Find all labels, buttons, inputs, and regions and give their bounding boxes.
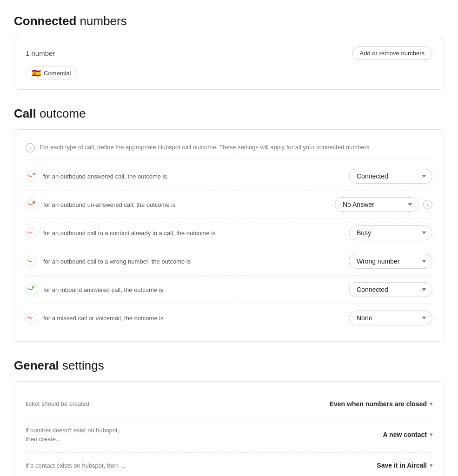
outbound-unanswered-select[interactable]: Connected No Answer Busy Wrong number No… [335,197,418,212]
general-settings-title: General settings [14,358,444,373]
call-outcome-info-text: For each type of call, define the approp… [40,143,369,152]
spain-flag-icon: 🇪🇸 [32,69,41,78]
ticket-value[interactable]: Even when numbers are closed ▾ [330,400,432,408]
missed-voicemail-label: for a missed call or voicemail, the outc… [43,315,164,322]
settings-row-ticket: ticket should be created Even when numbe… [26,391,432,417]
info-icon: i [26,143,35,152]
outcome-row-inbound-answered: for an inbound answered call, the outcom… [26,276,432,304]
inbound-answered-label: for an inbound answered call, the outcom… [43,286,163,293]
connected-numbers-title: Connected numbers [14,14,444,28]
outcome-row-outbound-answered: for an outbound answered call, the outco… [26,162,432,191]
outbound-in-call-icon [26,227,38,239]
outbound-wrong-number-label: for an outbound call to a wrong number, … [43,258,191,265]
missed-voicemail-icon [26,312,38,324]
settings-row-number-not-exist: if number doesn't exist on hubspot,then … [26,417,432,453]
inbound-answered-icon [26,284,38,296]
outcome-row-missed-voicemail: for a missed call or voicemail, the outc… [26,304,432,332]
contact-exists-chevron-icon: ▾ [430,462,432,469]
add-remove-numbers-button[interactable]: Add or remove numbers [352,46,432,60]
outcome-row-outbound-unanswered: for an outbound un-answered call, the ou… [26,191,432,219]
call-outcome-info-row: i For each type of call, define the appr… [26,139,432,159]
outcome-row-outbound-wrong-number: for an outbound call to a wrong number, … [26,247,432,276]
outbound-in-call-label: for an outbound call to a contact alread… [43,230,216,237]
connected-numbers-card: 1 number Add or remove numbers 🇪🇸 Comerc… [14,37,444,90]
number-not-exist-label: if number doesn't exist on hubspot,then … [26,426,119,444]
call-outcome-title: Call outcome [14,106,444,121]
outcome-row-outbound-in-call: for an outbound call to a contact alread… [26,219,432,247]
tags-row: 🇪🇸 Comercial [26,66,432,80]
number-not-exist-chevron-icon: ▾ [430,431,432,438]
connected-numbers-header: 1 number Add or remove numbers [26,46,432,60]
unanswered-info-icon[interactable]: i [423,200,432,209]
tag-label: Comercial [44,70,71,77]
outbound-unanswered-label: for an outbound un-answered call, the ou… [43,201,176,208]
outbound-in-call-select[interactable]: Connected No Answer Busy Wrong number No… [349,225,432,240]
contact-exists-label: if a contact exists on hubspot, then ... [26,461,126,470]
outbound-wrong-number-select[interactable]: Connected No Answer Busy Wrong number No… [349,254,432,269]
ticket-chevron-icon: ▾ [430,401,432,407]
number-not-exist-value[interactable]: A new contact ▾ [383,431,432,438]
outbound-answered-label: for an outbound answered call, the outco… [43,173,167,180]
outbound-unanswered-icon [26,198,38,211]
general-settings-card: ticket should be created Even when numbe… [14,381,444,476]
outbound-wrong-number-icon [26,255,38,267]
ticket-label: ticket should be created [26,399,89,409]
call-outcome-card: i For each type of call, define the appr… [14,129,444,342]
comercial-tag: 🇪🇸 Comercial [26,66,77,80]
missed-voicemail-select[interactable]: Connected No Answer Busy Wrong number No… [349,311,432,325]
outbound-answered-icon [26,170,38,182]
inbound-answered-select[interactable]: Connected No Answer Busy Wrong number No… [349,282,432,297]
contact-exists-value[interactable]: Save it in Aircall ▾ [377,462,432,469]
number-count: 1 number [26,49,55,57]
outbound-answered-select[interactable]: Connected No Answer Busy Wrong number No… [349,169,432,184]
settings-row-contact-exists: if a contact exists on hubspot, then ...… [26,453,432,476]
